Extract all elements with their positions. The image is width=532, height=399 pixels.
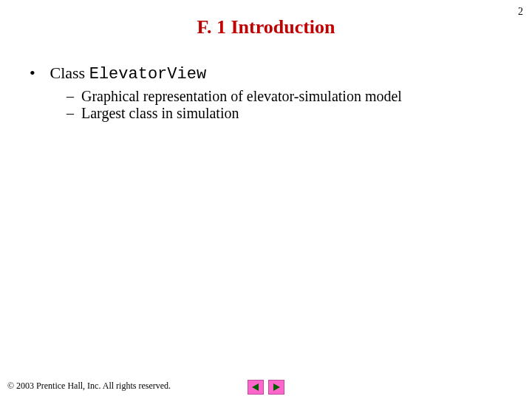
svg-marker-1: [273, 383, 280, 391]
copyright-text: © 2003 Prentice Hall, Inc. All rights re…: [7, 381, 171, 392]
svg-marker-0: [252, 383, 259, 391]
slide-content: Class ElevatorView Graphical representat…: [30, 64, 510, 122]
bullet-main-class: ElevatorView: [89, 65, 206, 83]
prev-button[interactable]: [248, 380, 264, 395]
triangle-left-icon: [251, 383, 260, 392]
next-button[interactable]: [268, 380, 284, 395]
triangle-right-icon: [272, 383, 281, 392]
bullet-sub-1: Graphical representation of elevator-sim…: [66, 88, 510, 105]
page-number: 2: [518, 6, 523, 18]
slide-title: F. 1 Introduction: [0, 16, 532, 38]
bullet-main-prefix: Class: [50, 64, 89, 82]
nav-buttons: [248, 380, 284, 395]
bullet-sub-2: Largest class in simulation: [66, 105, 510, 122]
bullet-main: Class ElevatorView Graphical representat…: [30, 64, 510, 122]
